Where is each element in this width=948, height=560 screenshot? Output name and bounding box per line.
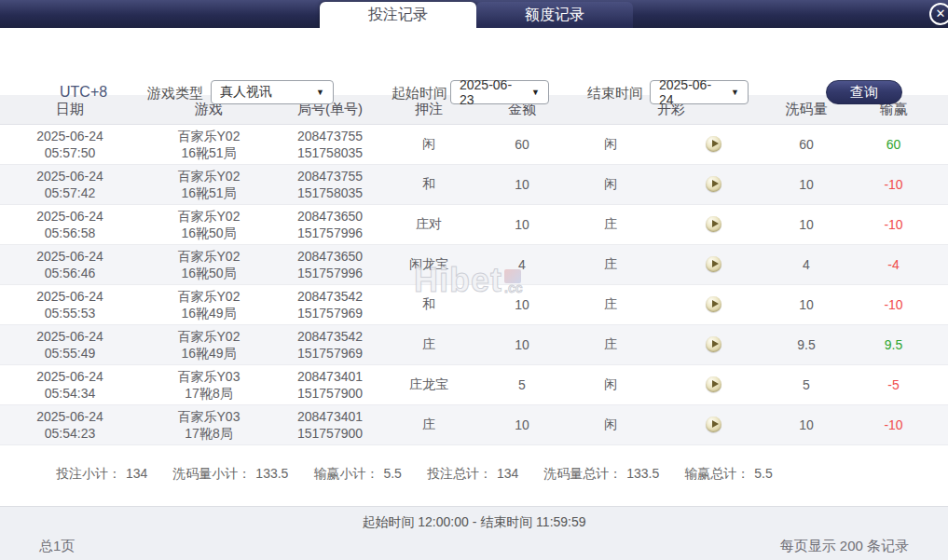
summary-bar: 投注小计：134 洗码量小计：133.5 输赢小计：5.5 投注总计：134 洗… [0, 445, 948, 504]
replay-play-icon[interactable] [706, 216, 721, 232]
summary-bet-subtotal: 投注小计：134 [56, 466, 147, 483]
cell-amount: 10 [475, 164, 569, 204]
cell-round-number: 208473542151757969 [278, 284, 382, 324]
cell-bet-type: 庄对 [382, 204, 475, 244]
tab-credit-records[interactable]: 额度记录 [476, 2, 633, 28]
chevron-down-icon: ▼ [731, 88, 739, 97]
timezone-label: UTC+8 [60, 84, 107, 101]
cell-round-number: 208473650151757996 [278, 204, 382, 244]
cell-amount: 60 [475, 124, 569, 164]
cell-replay [653, 404, 774, 444]
summary-winloss-subtotal: 输赢小计：5.5 [313, 466, 401, 483]
cell-game: 百家乐Y0216靴51局 [140, 164, 278, 204]
cell-result: 庄 [569, 244, 653, 284]
cell-round-number: 208473650151757996 [278, 244, 382, 284]
play-triangle-icon [712, 380, 719, 388]
play-triangle-icon [712, 340, 719, 348]
cell-bet-type: 庄龙宝 [382, 364, 475, 404]
table-row: 2025-06-2405:55:49百家乐Y0216靴49局2084735421… [0, 324, 948, 364]
table-row: 2025-06-2405:57:50百家乐Y0216靴51局2084737551… [0, 124, 948, 164]
cell-rolling: 10 [774, 204, 839, 244]
cell-rolling: 60 [774, 124, 839, 164]
game-type-value: 真人视讯 [220, 84, 272, 101]
cell-winloss: -10 [839, 164, 948, 204]
page-count: 总1页 [39, 538, 75, 555]
cell-winloss: 9.5 [839, 324, 948, 364]
cell-date: 2025-06-2405:56:58 [0, 204, 140, 244]
cell-date: 2025-06-2405:57:50 [0, 124, 140, 164]
bet-records-table: 日期 游戏 局号(单号) 押注 金额 开彩 洗码量 输赢 2025-06-240… [0, 95, 948, 445]
cell-replay [653, 324, 774, 364]
play-triangle-icon [712, 300, 719, 307]
cell-replay [653, 284, 774, 324]
replay-play-icon[interactable] [706, 176, 721, 192]
cell-replay [653, 204, 774, 244]
cell-result: 闲 [569, 164, 653, 204]
tab-betting-records[interactable]: 投注记录 [320, 2, 476, 28]
summary-winloss-total: 输赢总计：5.5 [684, 466, 772, 483]
cell-replay [653, 364, 774, 404]
cell-winloss: -4 [839, 244, 948, 284]
cell-bet-type: 闲龙宝 [382, 244, 475, 284]
table-row: 2025-06-2405:57:42百家乐Y0216靴51局2084737551… [0, 164, 948, 204]
filter-bar: UTC+8 游戏类型 真人视讯 ▼ 起始时间 2025-06-23 ▼ 结束时间… [0, 28, 948, 95]
cell-date: 2025-06-2405:56:46 [0, 244, 140, 284]
cell-date: 2025-06-2405:54:34 [0, 364, 140, 404]
replay-play-icon[interactable] [706, 376, 721, 392]
replay-play-icon[interactable] [706, 296, 721, 312]
cell-date: 2025-06-2405:55:49 [0, 324, 140, 364]
table-row: 2025-06-2405:54:34百家乐Y0317靴8局20847340115… [0, 364, 948, 404]
time-window-note: 起始时间 12:00:00 - 结束时间 11:59:59 [0, 507, 948, 531]
cell-rolling: 9.5 [774, 324, 839, 364]
replay-play-icon[interactable] [706, 256, 721, 272]
cell-replay [653, 124, 774, 164]
cell-round-number: 208473401151757900 [278, 364, 382, 404]
cell-round-number: 208473755151758035 [278, 164, 382, 204]
end-date-select[interactable]: 2025-06-24 ▼ [650, 80, 749, 104]
cell-result: 闲 [569, 404, 653, 444]
cell-date: 2025-06-2405:55:53 [0, 284, 140, 324]
replay-play-icon[interactable] [706, 417, 721, 432]
game-type-label: 游戏类型 [147, 85, 203, 102]
replay-play-icon[interactable] [706, 336, 721, 352]
summary-bet-total: 投注总计：134 [427, 466, 518, 483]
play-triangle-icon [712, 260, 719, 267]
cell-rolling: 10 [774, 404, 839, 444]
start-date-value: 2025-06-23 [460, 77, 524, 107]
start-date-label: 起始时间 [392, 85, 447, 102]
table-row: 2025-06-2405:55:53百家乐Y0216靴49局2084735421… [0, 284, 948, 324]
cell-amount: 4 [475, 244, 569, 284]
play-triangle-icon [712, 140, 719, 147]
play-triangle-icon [712, 220, 719, 227]
chevron-down-icon: ▼ [531, 88, 540, 97]
cell-amount: 5 [475, 364, 569, 404]
cell-game: 百家乐Y0216靴51局 [140, 124, 278, 164]
query-button[interactable]: 查询 [826, 80, 902, 104]
cell-result: 庄 [569, 324, 653, 364]
cell-result: 庄 [569, 284, 653, 324]
cell-rolling: 4 [774, 244, 839, 284]
start-date-select[interactable]: 2025-06-23 ▼ [450, 80, 549, 104]
close-icon[interactable]: ✕ [929, 3, 948, 25]
cell-game: 百家乐Y0216靴50局 [140, 204, 278, 244]
cell-bet-type: 和 [382, 164, 475, 204]
cell-winloss: -10 [839, 284, 948, 324]
cell-round-number: 208473542151757969 [278, 324, 382, 364]
tab-strip: 投注记录 额度记录 [320, 2, 633, 28]
game-type-select[interactable]: 真人视讯 ▼ [211, 80, 334, 104]
betting-records-window: 投注记录 额度记录 ✕ UTC+8 游戏类型 真人视讯 ▼ 起始时间 2025-… [0, 0, 948, 560]
cell-game: 百家乐Y0317靴8局 [140, 404, 278, 444]
cell-round-number: 208473755151758035 [278, 124, 382, 164]
chevron-down-icon: ▼ [316, 88, 324, 97]
cell-date: 2025-06-2405:57:42 [0, 164, 140, 204]
cell-winloss: -10 [839, 404, 948, 444]
cell-replay [653, 164, 774, 204]
table-row: 2025-06-2405:56:46百家乐Y0216靴50局2084736501… [0, 244, 948, 284]
cell-bet-type: 庄 [382, 404, 475, 444]
replay-play-icon[interactable] [706, 136, 721, 152]
cell-rolling: 10 [774, 284, 839, 324]
cell-date: 2025-06-2405:54:23 [0, 404, 140, 444]
table-row: 2025-06-2405:54:23百家乐Y0317靴8局20847340115… [0, 404, 948, 444]
cell-game: 百家乐Y0216靴50局 [140, 244, 278, 284]
cell-round-number: 208473401151757900 [278, 404, 382, 444]
